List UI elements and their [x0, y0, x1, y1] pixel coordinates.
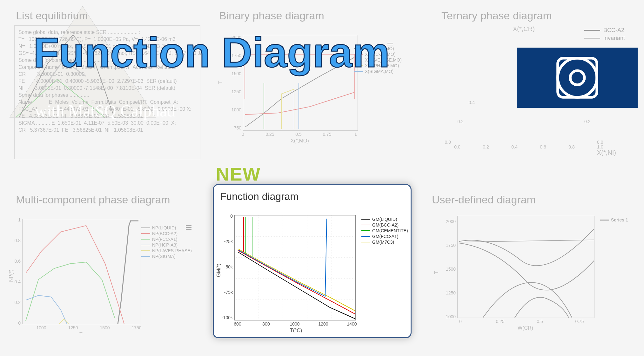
- function-diagram-card[interactable]: Function diagram: [213, 184, 412, 338]
- ytick: 1500: [437, 267, 456, 272]
- xtick: 0.8: [562, 144, 581, 149]
- eq-line: Some data for phases ..............: [18, 92, 196, 99]
- xtick: 600: [228, 321, 247, 326]
- legend-item: GM(BCC-A2): [372, 222, 399, 227]
- axis-label: GM(*): [216, 264, 222, 277]
- xtick: 1000: [285, 321, 304, 326]
- eq-line: SIGMA .......... E 1.650E-01 4.11E-07 5.…: [18, 120, 196, 127]
- legend-item: NP(HCP-A3): [152, 242, 178, 247]
- legend-item: NP(BCC-A2): [152, 231, 178, 236]
- xtick: 1250: [64, 325, 83, 330]
- legend-item: invariant: [603, 35, 625, 42]
- ytick: 0.2: [2, 300, 21, 305]
- multi-legend: NP(LIQUID) NP(BCC-A2) NP(FCC-A1) NP(HCP-…: [141, 225, 192, 260]
- ytick: 0.2: [445, 119, 464, 124]
- function-legend: GM(LIQUID) GM(BCC-A2) GM(CEMENTITE) GM(F…: [361, 217, 408, 245]
- xtick: 0.0: [448, 144, 467, 149]
- ytick: 1750: [437, 243, 456, 248]
- axis-label: T(°C): [290, 328, 302, 333]
- ytick: -75k: [214, 290, 233, 295]
- xtick: 0.6: [533, 144, 553, 149]
- xtick: 1500: [95, 325, 114, 330]
- logo-box: [517, 48, 638, 108]
- xtick: 800: [257, 321, 276, 326]
- page: List equilibrium Binary phase diagram Te…: [0, 0, 644, 356]
- panel-title-equilibrium: List equilibrium: [16, 10, 88, 22]
- user-chart: [457, 216, 594, 318]
- axis-label: W(CR): [518, 325, 533, 331]
- function-chart: [234, 215, 356, 320]
- ytick: -25k: [214, 239, 233, 244]
- ytick: 0.2: [584, 119, 603, 124]
- ytick: 1: [2, 217, 21, 222]
- xtick: 0: [233, 132, 252, 137]
- xtick: 0.5: [530, 319, 549, 324]
- svg-point-14: [570, 71, 585, 85]
- axis-label: X(*,CR): [513, 25, 535, 33]
- ternary-legend: BCC-A2 invariant: [584, 27, 625, 43]
- function-svg: [235, 215, 355, 320]
- ytick: -100k: [214, 315, 233, 320]
- legend-item: NP(LIQUID): [152, 225, 176, 230]
- xtick: 0: [451, 319, 470, 324]
- new-badge: NEW: [216, 163, 261, 185]
- axis-label: T: [218, 81, 224, 84]
- headline-subtitle: with MatSQ Calphad: [35, 102, 175, 120]
- ytick: 1250: [437, 290, 456, 295]
- matsq-logo-icon: [555, 56, 600, 100]
- axis-label: T: [79, 332, 83, 337]
- xtick: 0.75: [570, 319, 589, 324]
- legend-item: NP(SIGMA): [152, 254, 176, 259]
- xtick: 1: [346, 132, 365, 137]
- ytick: 2000: [437, 219, 456, 224]
- xtick: 0.25: [260, 132, 279, 137]
- axis-label: NP(*): [8, 269, 14, 282]
- xtick: 0.4: [505, 144, 524, 149]
- axis-label: T: [434, 271, 439, 274]
- xtick: 1000: [32, 325, 51, 330]
- axis-label: X(*,NI): [597, 149, 616, 156]
- xtick: 1200: [314, 321, 333, 326]
- legend-item: NP(LAVES-PHASE): [152, 248, 192, 253]
- ytick: 0: [2, 320, 21, 326]
- axis-label: X(*,MO): [291, 138, 309, 144]
- panel-title-function: Function diagram: [220, 191, 417, 202]
- ytick: 0.0: [597, 140, 616, 145]
- xtick: 0.5: [289, 132, 308, 137]
- xtick: 0.2: [476, 144, 495, 149]
- headline-title: Function Diagram: [33, 32, 390, 74]
- ytick: 0.4: [456, 100, 475, 105]
- ytick: 750: [222, 125, 241, 130]
- multi-chart: [22, 219, 140, 324]
- eq-line: FE 4.0000E-01 0.40000 -5.9036E+00 2.7297…: [18, 78, 196, 85]
- legend-item: GM(M7C3): [372, 240, 394, 245]
- ytick: 1000: [222, 107, 241, 112]
- xtick: 0.25: [491, 319, 510, 324]
- xtick: 1750: [127, 325, 146, 330]
- user-svg: [458, 216, 594, 318]
- ytick: 0.8: [2, 238, 21, 243]
- legend-item: GM(FCC-A1): [372, 234, 398, 239]
- xtick: 0.75: [318, 132, 337, 137]
- legend-item: GM(LIQUID): [372, 217, 397, 222]
- ytick: 0: [214, 214, 233, 219]
- legend-item: GM(CEMENTITE): [372, 228, 408, 233]
- ytick: 0.0: [432, 140, 451, 145]
- ytick: 1000: [437, 314, 456, 319]
- legend-item: Series 1: [611, 217, 628, 222]
- legend-item: NP(FCC-A1): [152, 237, 177, 242]
- panel-title-multi: Multi-component phase diagram: [16, 194, 170, 206]
- eq-line: NI 3.0000E-01 0.30000 -7.1548E+00 7.8110…: [18, 85, 196, 92]
- xtick: 1400: [342, 321, 361, 326]
- ytick: 0.6: [2, 259, 21, 264]
- ytick: 1250: [222, 89, 241, 94]
- multi-svg: [23, 219, 140, 324]
- legend-item: BCC-A2: [603, 27, 624, 34]
- panel-title-binary: Binary phase diagram: [219, 10, 324, 22]
- eq-line: CR 5.37367E-01 FE 3.56825E-01 NI 1.05808…: [18, 127, 196, 134]
- panel-title-ternary: Ternary phase diagram: [441, 10, 552, 22]
- panel-title-user: User-defined diagram: [432, 194, 536, 206]
- xtick: 1.0: [591, 144, 610, 149]
- user-legend: Series 1: [600, 217, 628, 223]
